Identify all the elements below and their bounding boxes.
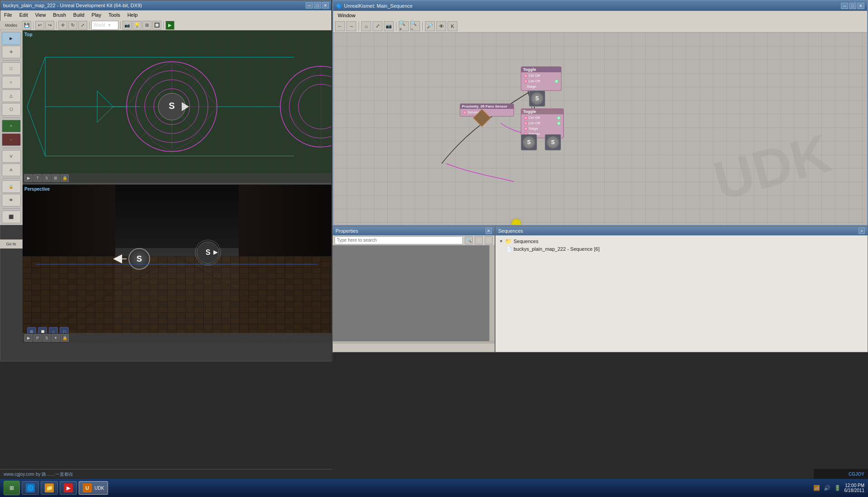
vp-bot-lighting-btn[interactable]: ☀ [52, 334, 60, 342]
csg-add-btn[interactable]: + [2, 120, 21, 132]
select-mode-btn[interactable]: ▶ [2, 32, 21, 45]
properties-btn2[interactable]: ▼ [475, 236, 483, 244]
visibility-btn[interactable]: 👁 [2, 194, 21, 206]
tray-icon-network[interactable]: 📶 [813, 485, 820, 491]
vp-bot-view-btn[interactable]: P [33, 334, 42, 342]
vp-top-view-btn[interactable]: T [33, 174, 42, 182]
snap-button[interactable]: 🔲 [152, 21, 161, 30]
redo-button[interactable]: ↪ [45, 21, 54, 30]
menu-build[interactable]: Build [71, 12, 86, 18]
properties-close-btn[interactable]: ✕ [486, 228, 492, 234]
move-button[interactable]: ✛ [58, 21, 67, 30]
port-t2-out1[interactable] [557, 116, 561, 120]
taskbar-app-explorer[interactable]: 📁 [41, 481, 58, 495]
kismet-zoom-in-btn[interactable]: 🔍+ [399, 21, 409, 31]
menu-file[interactable]: File [2, 12, 14, 18]
port-in1[interactable] [524, 74, 528, 78]
kismet-node-sound1[interactable]: S [529, 90, 545, 107]
cube-brush-btn[interactable]: □ [2, 62, 21, 75]
port-t2-out2[interactable] [557, 122, 561, 125]
taskbar-app-udk[interactable]: U UDK [79, 481, 108, 495]
volume-btn[interactable]: V [2, 150, 21, 163]
minimize-button[interactable]: ─ [306, 2, 313, 9]
kismet-node-sound3[interactable]: S [545, 134, 561, 150]
menu-play[interactable]: Play [90, 12, 103, 18]
properties-search-bar: 🔍 ▼ ⚙ [333, 235, 495, 245]
sphere-brush-btn[interactable]: ○ [2, 76, 21, 89]
grid-button[interactable]: ⊞ [142, 21, 151, 30]
csg-sub-btn[interactable]: − [2, 133, 21, 146]
properties-scrollbar[interactable] [489, 245, 495, 341]
kismet-search-btn[interactable]: 🔎 [425, 21, 435, 31]
properties-content[interactable] [333, 245, 489, 341]
kismet-home-btn[interactable]: ⌂ [361, 21, 371, 31]
cylinder-brush-btn[interactable]: ⬡ [2, 103, 21, 116]
camera-button[interactable]: 📷 [123, 21, 132, 30]
undo-button[interactable]: ↩ [35, 21, 44, 30]
menu-view[interactable]: View [33, 12, 48, 18]
menu-help[interactable]: Help [126, 12, 140, 18]
close-button[interactable]: ✕ [322, 2, 329, 9]
viewport-top[interactable]: S Top ▶ T S ⊞ 🔒 [23, 30, 331, 184]
taskbar-app-media[interactable]: ▶ [60, 481, 77, 495]
mode-dropdown-value: World [94, 23, 105, 28]
kismet-menu-window[interactable]: Window [336, 12, 357, 19]
node-toggle2-row2: Lim Off [523, 121, 561, 126]
properties-btn3[interactable]: ⚙ [485, 236, 493, 244]
tray-icon-volume[interactable]: 🔊 [824, 485, 830, 491]
port-t2-in3[interactable] [524, 127, 528, 131]
seq-expand-icon[interactable]: ▼ [499, 239, 503, 244]
sequences-content[interactable]: ▼ 📁 Sequences 📄 buckys_plain_map_222 - S… [495, 235, 868, 352]
vp-bot-show-btn[interactable]: S [42, 334, 51, 342]
kismet-hide-btn[interactable]: 👁 [436, 21, 446, 31]
builder-brush-btn[interactable]: ⬛ [2, 211, 21, 223]
kismet-zoom-out-btn[interactable]: 🔍− [410, 21, 420, 31]
taskbar-clock[interactable]: 12:00 PM 6/18/2011 [844, 483, 865, 493]
sequence-item-1[interactable]: 📄 buckys_plain_map_222 - Sequence [6] [497, 245, 866, 253]
rotate-button[interactable]: ↻ [68, 21, 77, 30]
viewport-bottom[interactable]: S S ⊞ 🔲 ○ ◻ [23, 185, 331, 343]
kismet-back-btn[interactable]: ← [335, 21, 345, 31]
tray-icon-battery[interactable]: 🔋 [834, 485, 841, 491]
start-button[interactable]: ⊞ [4, 481, 20, 495]
properties-search-input[interactable] [335, 236, 463, 244]
kismet-camera-btn[interactable]: 📷 [384, 21, 394, 31]
sequences-expand-btn[interactable]: » [859, 228, 865, 234]
kismet-node-toggle1[interactable]: Toggle Ctrl Off Lim Off Stage [521, 66, 561, 91]
kismet-fwd-btn[interactable]: → [346, 21, 356, 31]
play-button[interactable]: ▶ [165, 21, 175, 30]
port-in2[interactable] [524, 80, 528, 83]
menu-brush[interactable]: Brush [51, 12, 68, 18]
kismet-close[interactable]: ✕ [857, 3, 864, 9]
fanscene-port[interactable] [463, 111, 467, 114]
vp-bot-lock-btn[interactable]: 🔒 [61, 334, 69, 342]
kismet-fit-btn[interactable]: ⤢ [373, 21, 382, 31]
antiportal-btn[interactable]: A [2, 164, 21, 176]
kismet-node-sound2[interactable]: S [521, 134, 537, 150]
port-t2-in1[interactable] [524, 116, 528, 120]
vp-bot-realtime-btn[interactable]: ▶ [24, 334, 33, 342]
vp-top-grid-btn[interactable]: ⊞ [52, 174, 60, 182]
save-button[interactable]: 💾 [22, 21, 31, 30]
port-out1[interactable] [555, 80, 558, 83]
vp-top-lock-btn[interactable]: 🔒 [61, 174, 69, 182]
kismet-canvas[interactable]: UDK Toggle Ctrl Off L [333, 33, 867, 225]
maximize-button[interactable]: □ [314, 2, 321, 9]
lock-btn[interactable]: 🔒 [2, 180, 21, 193]
udk-icon: U [83, 483, 92, 492]
mode-dropdown[interactable]: World ▼ [91, 21, 118, 30]
taskbar-app-browser[interactable]: 🌐 [22, 481, 39, 495]
menu-edit[interactable]: Edit [18, 12, 30, 18]
kismet-maximize[interactable]: □ [849, 3, 856, 9]
cone-brush-btn[interactable]: △ [2, 89, 21, 102]
scale-button[interactable]: ⤢ [78, 21, 87, 30]
search-icon-btn[interactable]: 🔍 [465, 236, 473, 244]
kismet-minimize[interactable]: ─ [841, 3, 848, 9]
light-button[interactable]: 💡 [132, 21, 142, 30]
menu-tools[interactable]: Tools [107, 12, 122, 18]
vp-top-realtime-btn[interactable]: ▶ [24, 174, 33, 182]
port-t2-in2[interactable] [524, 122, 528, 125]
kismet-k-btn[interactable]: K [448, 21, 458, 31]
translate-mode-btn[interactable]: ✛ [2, 46, 21, 58]
vp-top-show-btn[interactable]: S [42, 174, 51, 182]
